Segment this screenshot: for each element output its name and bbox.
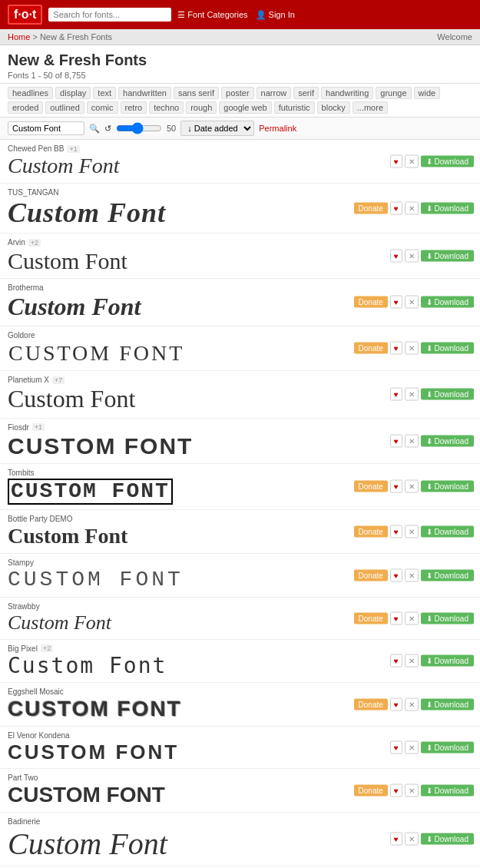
filter-tag-more[interactable]: ...more [353,101,388,114]
download-button[interactable]: ⬇ Download [421,612,474,624]
block-button[interactable]: ✕ [405,480,419,493]
font-name-label[interactable]: Arvin [8,238,25,247]
logo[interactable]: f·o·t [8,5,42,25]
filter-tag-techno[interactable]: techno [149,101,184,114]
heart-button[interactable]: ♥ [390,611,402,624]
filter-tag-outlined[interactable]: outlined [45,101,84,114]
heart-button[interactable]: ♥ [390,784,402,797]
block-button[interactable]: ✕ [405,342,419,355]
download-button[interactable]: ⬇ Download [421,155,474,167]
font-name-label[interactable]: TUS_TANGAN [8,188,59,197]
block-button[interactable]: ✕ [405,569,419,582]
filter-tag-text[interactable]: text [93,87,116,99]
filter-tag-wide[interactable]: wide [414,87,441,99]
font-name-label[interactable]: Big Pixel [8,644,38,653]
download-button[interactable]: ⬇ Download [421,526,474,538]
filter-tag-retro[interactable]: retro [121,101,147,114]
download-button[interactable]: ⬇ Download [421,833,474,845]
filter-tag-poster[interactable]: poster [221,87,254,99]
font-name-label[interactable]: Chewed Pen BB [8,144,64,153]
heart-button[interactable]: ♥ [390,480,402,493]
donate-button[interactable]: Donate [354,203,388,214]
donate-button[interactable]: Donate [354,612,388,624]
filter-tag-grunge[interactable]: grunge [376,87,411,99]
donate-button[interactable]: Donate [354,343,388,354]
filter-tag-sans-serif[interactable]: sans serif [174,87,219,99]
font-name-label[interactable]: Brotherma [8,283,44,292]
block-button[interactable]: ✕ [405,154,419,167]
reset-icon[interactable]: ↺ [104,124,111,134]
filter-tag-handwritten[interactable]: handwritten [118,87,171,99]
heart-button[interactable]: ♥ [390,740,402,754]
filter-tag-handwriting[interactable]: handwriting [321,87,373,99]
download-button[interactable]: ⬇ Download [421,297,474,308]
block-button[interactable]: ✕ [405,698,419,711]
download-button[interactable]: ⬇ Download [421,741,474,753]
donate-button[interactable]: Donate [354,570,388,581]
filter-tag-comic[interactable]: comic [87,101,118,114]
heart-button[interactable]: ♥ [390,525,402,538]
download-button[interactable]: ⬇ Download [421,570,474,581]
size-slider[interactable] [116,122,162,134]
download-button[interactable]: ⬇ Download [421,784,474,796]
sort-select[interactable]: ↓ Date added ↑ Date added A-Z Z-A [180,121,254,136]
heart-button[interactable]: ♥ [390,388,402,401]
heart-button[interactable]: ♥ [390,569,402,582]
download-button[interactable]: ⬇ Download [421,343,474,354]
filter-tag-google-web[interactable]: google web [219,101,271,114]
filter-tag-rough[interactable]: rough [186,101,217,114]
download-button[interactable]: ⬇ Download [421,389,474,400]
font-name-label[interactable]: Planetium X [8,376,49,384]
filter-tag-futuristic[interactable]: futuristic [274,101,315,114]
search-input[interactable] [48,8,171,22]
block-button[interactable]: ✕ [405,434,419,447]
donate-button[interactable]: Donate [354,526,388,538]
block-button[interactable]: ✕ [405,202,419,215]
font-name-label[interactable]: Eggshell Mosaic [8,687,64,696]
heart-button[interactable]: ♥ [390,698,402,711]
donate-button[interactable]: Donate [354,297,388,308]
font-name-label[interactable]: Strawbby [8,602,40,611]
heart-button[interactable]: ♥ [390,833,402,846]
filter-tag-serif[interactable]: serif [293,87,319,99]
block-button[interactable]: ✕ [405,388,419,401]
heart-button[interactable]: ♥ [390,434,402,447]
heart-button[interactable]: ♥ [390,342,402,355]
filter-tag-headlines[interactable]: headlines [8,87,53,99]
filter-tag-display[interactable]: display [55,87,91,99]
block-button[interactable]: ✕ [405,611,419,624]
font-name-label[interactable]: Badinerie [8,817,40,826]
nav-signin[interactable]: 👤 Sign In [256,10,295,20]
download-button[interactable]: ⬇ Download [421,435,474,446]
block-button[interactable]: ✕ [405,833,419,846]
download-button[interactable]: ⬇ Download [421,699,474,711]
download-button[interactable]: ⬇ Download [421,203,474,214]
heart-button[interactable]: ♥ [390,654,402,668]
filter-tag-blocky[interactable]: blocky [317,101,350,114]
font-name-label[interactable]: Fiosdr [8,423,29,432]
download-button[interactable]: ⬇ Download [421,481,474,492]
nav-categories[interactable]: ☰ Font Categories [177,10,247,20]
filter-tag-eroded[interactable]: eroded [8,101,43,114]
heart-button[interactable]: ♥ [390,202,402,215]
download-button[interactable]: ⬇ Download [421,655,474,667]
block-button[interactable]: ✕ [405,654,419,668]
donate-button[interactable]: Donate [354,784,388,796]
block-button[interactable]: ✕ [405,296,419,309]
font-name-label[interactable]: El Venor Kondena [8,731,70,740]
block-button[interactable]: ✕ [405,784,419,797]
preview-text-input[interactable] [8,121,84,135]
filter-tag-narrow[interactable]: narrow [257,87,292,99]
block-button[interactable]: ✕ [405,250,419,263]
permalink-link[interactable]: Permalink [259,124,296,133]
heart-button[interactable]: ♥ [390,296,402,309]
breadcrumb-home[interactable]: Home [8,32,30,41]
block-button[interactable]: ✕ [405,525,419,538]
donate-button[interactable]: Donate [354,481,388,492]
block-button[interactable]: ✕ [405,740,419,754]
font-name-label[interactable]: Goldore [8,331,35,340]
download-button[interactable]: ⬇ Download [421,250,474,262]
donate-button[interactable]: Donate [354,699,388,711]
heart-button[interactable]: ♥ [390,154,402,167]
font-name-label[interactable]: Tombits [8,469,34,477]
